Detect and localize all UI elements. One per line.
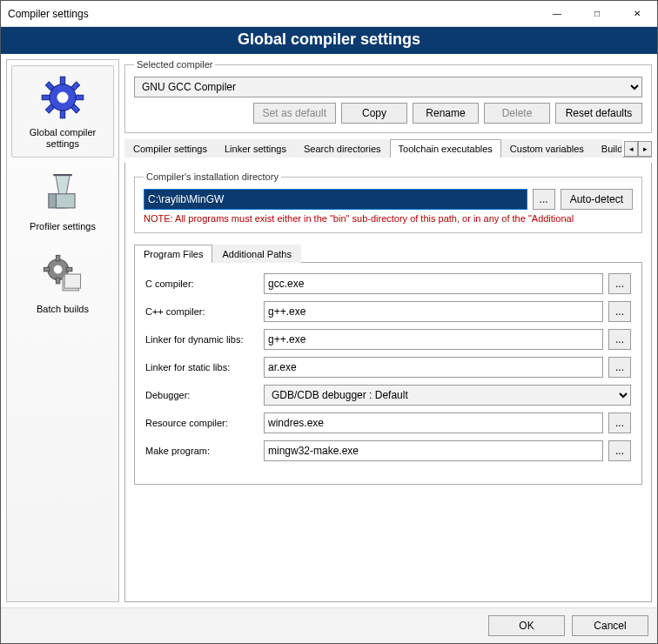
make-program-input[interactable] xyxy=(264,440,603,461)
subtab-additional-paths[interactable]: Additional Paths xyxy=(212,245,301,263)
cancel-button[interactable]: Cancel xyxy=(572,615,648,636)
main-area: Global compiler settings Profiler settin… xyxy=(1,54,657,607)
debugger-label: Debugger: xyxy=(145,390,258,400)
tab-body: Compiler's installation directory ... Au… xyxy=(124,163,652,602)
svg-rect-20 xyxy=(64,274,80,288)
browse-button[interactable]: ... xyxy=(533,189,555,210)
c-compiler-browse[interactable]: ... xyxy=(608,273,631,294)
minimize-button[interactable]: — xyxy=(537,1,577,27)
delete-button[interactable]: Delete xyxy=(484,103,550,124)
c-compiler-input[interactable] xyxy=(264,273,603,294)
subtab-program-files[interactable]: Program Files xyxy=(134,245,212,263)
linker-dynamic-label: Linker for dynamic libs: xyxy=(145,334,258,345)
compiler-select[interactable]: GNU GCC Compiler xyxy=(134,77,642,97)
c-compiler-label: C compiler: xyxy=(145,278,258,289)
tab-scroll-right[interactable]: ▸ xyxy=(638,141,652,157)
tab-compiler-settings[interactable]: Compiler settings xyxy=(124,139,216,158)
sidebar-item-profiler[interactable]: Profiler settings xyxy=(11,159,114,240)
auto-detect-button[interactable]: Auto-detect xyxy=(561,189,633,210)
debugger-select[interactable]: GDB/CDB debugger : Default xyxy=(264,385,631,406)
install-dir-group: Compiler's installation directory ... Au… xyxy=(134,171,642,233)
ok-button[interactable]: OK xyxy=(488,615,565,636)
close-button[interactable]: ✕ xyxy=(617,1,657,27)
linker-static-input[interactable] xyxy=(264,357,603,378)
install-dir-note: NOTE: All programs must exist either in … xyxy=(144,213,633,224)
svg-rect-15 xyxy=(56,278,59,283)
sub-tabs: Program Files Additional Paths xyxy=(134,244,642,263)
svg-rect-4 xyxy=(76,95,84,99)
resource-compiler-label: Resource compiler: xyxy=(145,418,258,428)
profiler-icon xyxy=(37,165,89,218)
maximize-button[interactable]: □ xyxy=(577,1,617,27)
batch-gear-icon xyxy=(37,248,89,300)
cpp-compiler-browse[interactable]: ... xyxy=(608,301,631,322)
tab-custom-variables[interactable]: Custom variables xyxy=(501,139,593,158)
titlebar: Compiler settings — □ ✕ xyxy=(1,1,657,27)
tab-toolchain-executables[interactable]: Toolchain executables xyxy=(390,139,501,158)
svg-point-18 xyxy=(54,265,63,274)
linker-static-label: Linker for static libs: xyxy=(145,362,258,372)
sidebar-item-label: Batch builds xyxy=(14,304,111,315)
selected-compiler-group: Selected compiler GNU GCC Compiler Set a… xyxy=(124,59,652,133)
reset-defaults-button[interactable]: Reset defaults xyxy=(555,103,642,124)
copy-button[interactable]: Copy xyxy=(341,103,407,124)
resource-compiler-browse[interactable]: ... xyxy=(608,413,631,433)
linker-dynamic-browse[interactable]: ... xyxy=(608,329,631,350)
svg-rect-17 xyxy=(66,267,71,271)
cpp-compiler-label: C++ compiler: xyxy=(145,306,258,317)
install-dir-legend: Compiler's installation directory xyxy=(144,171,281,182)
selected-compiler-legend: Selected compiler xyxy=(134,59,215,70)
page-title: Global compiler settings xyxy=(1,27,657,54)
svg-rect-1 xyxy=(60,77,64,84)
install-dir-input[interactable] xyxy=(144,189,527,210)
content: Selected compiler GNU GCC Compiler Set a… xyxy=(124,59,652,602)
gear-icon xyxy=(37,71,89,124)
sidebar: Global compiler settings Profiler settin… xyxy=(6,59,119,602)
cpp-compiler-input[interactable] xyxy=(264,301,603,322)
sidebar-item-label: Profiler settings xyxy=(14,221,111,232)
svg-rect-2 xyxy=(60,111,64,118)
window-title: Compiler settings xyxy=(8,8,537,20)
dialog-buttons: OK Cancel xyxy=(1,607,657,643)
main-tabs: Compiler settings Linker settings Search… xyxy=(124,138,652,158)
rename-button[interactable]: Rename xyxy=(413,103,479,124)
svg-rect-11 xyxy=(56,194,75,208)
svg-rect-16 xyxy=(44,267,49,271)
sidebar-item-global-compiler[interactable]: Global compiler settings xyxy=(11,65,114,158)
linker-static-browse[interactable]: ... xyxy=(608,357,631,378)
svg-rect-3 xyxy=(42,95,50,99)
svg-rect-14 xyxy=(56,255,59,260)
tab-scroll-left[interactable]: ◂ xyxy=(624,141,638,157)
tab-linker-settings[interactable]: Linker settings xyxy=(216,139,295,158)
program-files-panel: C compiler: ... C++ compiler: ... Linker… xyxy=(134,263,642,485)
tab-build[interactable]: Build xyxy=(593,139,622,158)
linker-dynamic-input[interactable] xyxy=(264,329,603,350)
sidebar-item-batch-builds[interactable]: Batch builds xyxy=(11,242,114,323)
tab-search-directories[interactable]: Search directories xyxy=(295,139,390,158)
svg-point-9 xyxy=(57,92,69,104)
make-program-label: Make program: xyxy=(145,446,258,456)
set-default-button[interactable]: Set as default xyxy=(253,103,336,124)
resource-compiler-input[interactable] xyxy=(264,413,603,433)
make-program-browse[interactable]: ... xyxy=(608,440,631,461)
sidebar-item-label: Global compiler settings xyxy=(14,127,111,150)
